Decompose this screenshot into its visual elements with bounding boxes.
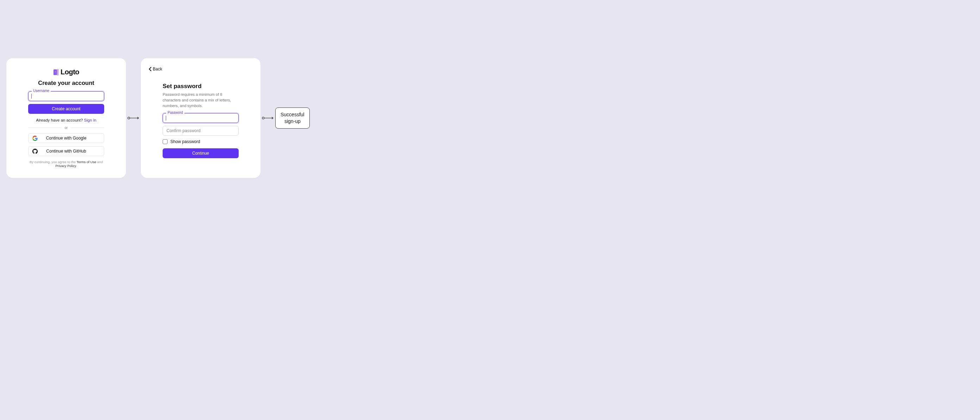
flow-arrow-icon — [262, 116, 274, 120]
back-button[interactable]: Back — [148, 67, 162, 72]
create-account-card: Logto Create your account Username Creat… — [6, 58, 126, 178]
signin-link[interactable]: Sign in — [84, 118, 97, 122]
username-label: Username — [32, 89, 51, 93]
github-icon — [32, 149, 38, 154]
confirm-password-input[interactable] — [162, 126, 239, 136]
logto-logo-icon — [53, 69, 59, 76]
password-label: Password — [166, 111, 185, 115]
divider: or — [28, 126, 104, 130]
google-icon — [32, 135, 38, 141]
continue-button[interactable]: Continue — [162, 149, 239, 158]
chevron-left-icon — [148, 67, 152, 71]
svg-rect-1 — [55, 72, 56, 72]
set-password-title: Set password — [162, 83, 239, 90]
brand-logo: Logto — [53, 68, 79, 76]
terms-link[interactable]: Terms of Use — [76, 160, 96, 164]
legal-text: By continuing, you agree to the Terms of… — [28, 160, 104, 168]
brand-name: Logto — [60, 68, 79, 76]
password-field[interactable]: Password — [162, 113, 239, 123]
flow-arrow-icon — [127, 116, 139, 120]
svg-rect-2 — [57, 69, 59, 75]
password-input[interactable] — [162, 113, 239, 123]
text-caret — [166, 116, 166, 120]
set-password-card: Back Set password Password requires a mi… — [141, 58, 261, 178]
continue-google-button[interactable]: Continue with Google — [28, 133, 104, 143]
continue-github-button[interactable]: Continue with GitHub — [28, 146, 104, 156]
success-result: Successful sign-up — [275, 107, 310, 129]
username-field[interactable]: Username — [28, 91, 104, 101]
svg-point-5 — [262, 117, 264, 119]
text-caret — [31, 94, 32, 99]
checkbox-icon[interactable] — [162, 139, 167, 144]
privacy-link[interactable]: Privacy Policy — [55, 164, 76, 168]
signin-prompt: Already have an account? Sign in — [36, 118, 96, 122]
password-requirements: Password requires a minimum of 8 charact… — [162, 92, 239, 109]
show-password-toggle[interactable]: Show password — [162, 139, 239, 144]
create-account-button[interactable]: Create account — [28, 104, 104, 114]
page-title: Create your account — [38, 80, 94, 86]
username-input[interactable] — [28, 91, 104, 101]
svg-point-3 — [128, 117, 130, 119]
